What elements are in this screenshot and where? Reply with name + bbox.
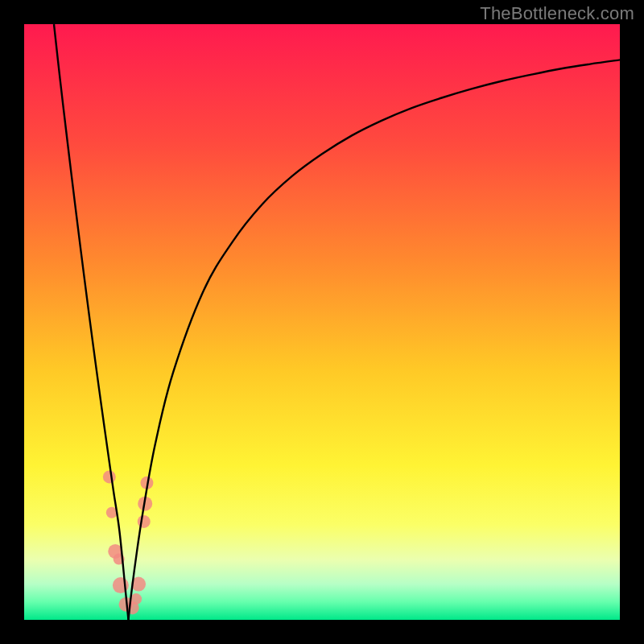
chart-frame: TheBottleneck.com — [0, 0, 644, 644]
watermark-text: TheBottleneck.com — [480, 3, 634, 24]
data-point — [130, 593, 142, 605]
curve-layer — [24, 24, 620, 620]
plot-area — [24, 24, 620, 620]
data-point — [138, 515, 151, 528]
curve-right-branch — [129, 60, 621, 620]
curve-left-branch — [54, 24, 129, 620]
data-point — [103, 470, 116, 483]
